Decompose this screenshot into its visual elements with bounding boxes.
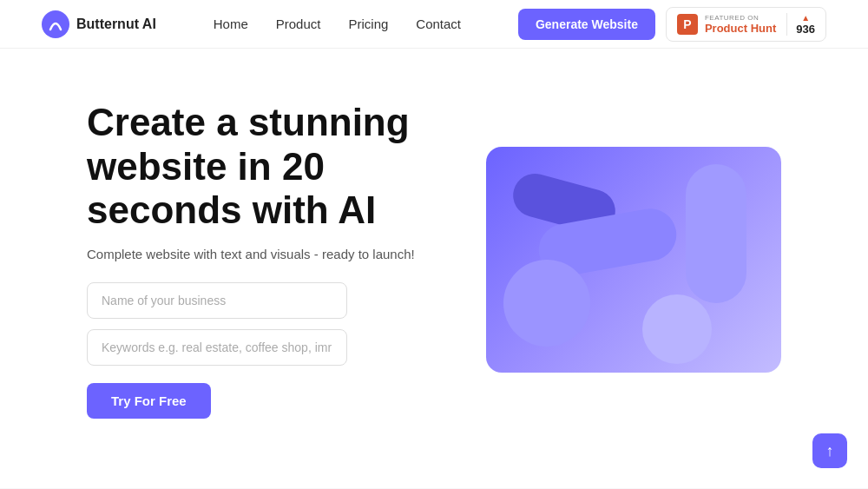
hero-form <box>87 282 486 366</box>
keywords-input[interactable] <box>87 329 347 366</box>
scroll-up-icon: ↑ <box>826 442 834 460</box>
ph-name-label: Product Hunt <box>705 22 776 35</box>
business-name-input[interactable] <box>87 282 347 319</box>
ph-featured-label: FEATURED ON <box>705 14 776 22</box>
ph-count: 936 <box>796 23 815 36</box>
nav-pricing[interactable]: Pricing <box>348 17 388 31</box>
nav-product[interactable]: Product <box>276 17 321 31</box>
navbar: Butternut AI Home Product Pricing Contac… <box>0 0 868 49</box>
deco-shape-3 <box>503 260 590 347</box>
brand-name: Butternut AI <box>76 17 156 32</box>
brand-logo[interactable]: Butternut AI <box>42 10 156 38</box>
hero-subtitle: Complete website with text and visuals -… <box>87 247 486 261</box>
logo-icon <box>42 10 69 38</box>
nav-right: Generate Website P FEATURED ON Product H… <box>518 7 826 42</box>
hero-section: Create a stunning website in 20 seconds … <box>0 49 868 488</box>
hero-illustration <box>486 147 781 373</box>
deco-shape-4 <box>642 294 712 364</box>
hero-content: Create a stunning website in 20 seconds … <box>87 101 486 419</box>
deco-shape-2 <box>686 164 746 303</box>
nav-contact[interactable]: Contact <box>416 17 461 31</box>
nav-home[interactable]: Home <box>214 17 248 31</box>
hero-title: Create a stunning website in 20 seconds … <box>87 101 486 233</box>
nav-links: Home Product Pricing Contact <box>214 17 461 32</box>
try-for-free-button[interactable]: Try For Free <box>87 383 211 419</box>
generate-website-button[interactable]: Generate Website <box>518 9 655 40</box>
scroll-to-top-button[interactable]: ↑ <box>812 433 847 468</box>
product-hunt-icon: P <box>677 14 698 35</box>
product-hunt-badge[interactable]: P FEATURED ON Product Hunt ▲ 936 <box>666 7 826 42</box>
product-hunt-text: FEATURED ON Product Hunt <box>705 14 776 35</box>
ph-score: ▲ 936 <box>786 13 815 36</box>
ph-arrow-icon: ▲ <box>801 13 810 23</box>
